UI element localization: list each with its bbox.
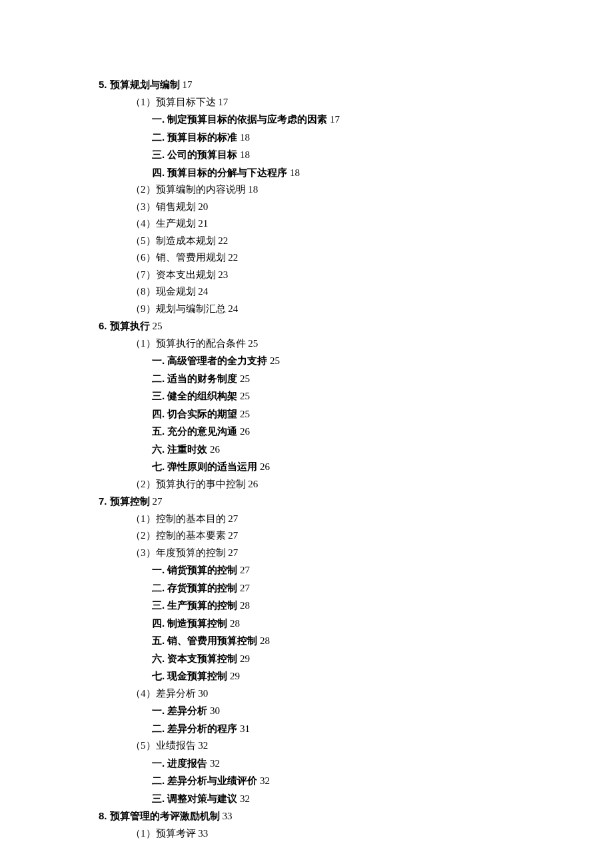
toc-entry-page: 25 xyxy=(152,321,162,331)
toc-entry: 三. 公司的预算目标 18 xyxy=(99,146,613,164)
toc-entry: 一. 进度报告 32 xyxy=(99,755,613,773)
toc-entry-title: 二. 适当的财务制度 xyxy=(152,373,237,384)
toc-entry: （6）销、管费用规划 22 xyxy=(99,249,613,267)
toc-entry: 6. 预算执行 25 xyxy=(99,317,613,335)
toc-entry: 四. 预算目标的分解与下达程序 18 xyxy=(99,164,613,182)
toc-entry-page: 17 xyxy=(330,114,340,125)
toc-entry-page: 27 xyxy=(228,530,238,541)
toc-entry-page: 25 xyxy=(240,391,250,401)
toc-entry-title: （4）生产规划 xyxy=(131,218,196,229)
toc-entry: 三. 健全的组织构架 25 xyxy=(99,387,613,405)
toc-entry-page: 18 xyxy=(248,184,258,195)
toc-entry: 5. 预算规划与编制 17 xyxy=(99,76,613,94)
toc-entry: 二. 适当的财务制度 25 xyxy=(99,370,613,388)
toc-entry: （5）制造成本规划 22 xyxy=(99,233,613,250)
toc-entry-title: 8. 预算管理的考评激励机制 xyxy=(99,810,220,821)
toc-entry-page: 33 xyxy=(198,828,208,839)
toc-entry: 一. 高级管理者的全力支持 25 xyxy=(99,352,613,370)
toc-entry-title: （1）预算执行的配合条件 xyxy=(131,338,246,349)
toc-container: 5. 预算规划与编制 17（1）预算目标下达 17一. 制定预算目标的依据与应考… xyxy=(99,76,613,842)
toc-entry-title: 一. 销货预算的控制 xyxy=(152,564,237,575)
toc-entry-page: 26 xyxy=(210,444,220,455)
toc-entry: 七. 现金预算控制 29 xyxy=(99,667,613,685)
toc-entry-page: 28 xyxy=(240,600,250,611)
toc-entry-title: 七. 弹性原则的适当运用 xyxy=(152,461,257,472)
toc-entry-title: 六. 资本支预算控制 xyxy=(152,653,237,664)
toc-entry-title: 五. 充分的意见沟通 xyxy=(152,425,237,437)
toc-entry: （3）销售规划 20 xyxy=(99,199,613,216)
toc-entry: （9）规划与编制汇总 24 xyxy=(99,301,613,318)
toc-entry: 一. 销货预算的控制 27 xyxy=(99,561,613,579)
toc-entry: 二. 预算目标的标准 18 xyxy=(99,129,613,147)
toc-entry-title: 七. 现金预算控制 xyxy=(152,670,227,681)
toc-entry-title: 五. 销、管费用预算控制 xyxy=(152,635,257,646)
toc-entry-page: 27 xyxy=(152,496,162,507)
toc-entry-page: 29 xyxy=(230,671,240,681)
toc-entry: （2）控制的基本要素 27 xyxy=(99,527,613,545)
toc-entry-title: 三. 生产预算的控制 xyxy=(152,599,237,611)
toc-entry-page: 18 xyxy=(290,167,300,178)
toc-entry-title: 一. 高级管理者的全力支持 xyxy=(152,355,267,366)
toc-entry-title: （2）控制的基本要素 xyxy=(131,530,226,541)
toc-entry-page: 25 xyxy=(240,373,250,384)
toc-entry: 7. 预算控制 27 xyxy=(99,493,613,511)
toc-entry-page: 27 xyxy=(228,547,238,558)
toc-entry-page: 27 xyxy=(228,513,238,524)
toc-entry-page: 30 xyxy=(198,688,208,699)
toc-entry-title: 三. 公司的预算目标 xyxy=(152,149,237,160)
toc-entry-page: 26 xyxy=(260,461,270,472)
toc-entry-title: （6）销、管费用规划 xyxy=(131,252,226,263)
toc-entry-page: 20 xyxy=(198,201,208,212)
toc-entry-page: 32 xyxy=(210,758,220,769)
toc-entry-title: 六. 注重时效 xyxy=(152,443,207,455)
toc-entry-page: 22 xyxy=(228,252,238,263)
toc-entry-title: 一. 进度报告 xyxy=(152,757,207,769)
toc-entry: 六. 注重时效 26 xyxy=(99,441,613,459)
toc-entry: （2）预算编制的内容说明 18 xyxy=(99,181,613,199)
toc-entry-title: 二. 预算目标的标准 xyxy=(152,131,237,143)
toc-entry: 五. 销、管费用预算控制 28 xyxy=(99,632,613,650)
toc-entry: （7）资本支出规划 23 xyxy=(99,267,613,284)
toc-entry-title: 二. 存货预算的控制 xyxy=(152,582,237,593)
toc-entry: （1）预算目标下达 17 xyxy=(99,94,613,111)
toc-entry: （3）年度预算的控制 27 xyxy=(99,545,613,562)
toc-entry-page: 22 xyxy=(218,235,228,246)
toc-entry: 五. 充分的意见沟通 26 xyxy=(99,423,613,441)
toc-entry: 一. 制定预算目标的依据与应考虑的因素 17 xyxy=(99,111,613,129)
toc-entry: 六. 资本支预算控制 29 xyxy=(99,650,613,668)
toc-entry: 四. 制造预算控制 28 xyxy=(99,615,613,633)
toc-entry-title: （2）预算执行的事中控制 xyxy=(131,479,246,489)
toc-entry-page: 21 xyxy=(198,218,208,229)
toc-entry-title: （1）控制的基本目的 xyxy=(131,513,226,524)
toc-entry-title: 三. 调整对策与建议 xyxy=(152,793,237,804)
toc-entry-page: 18 xyxy=(240,132,250,143)
toc-entry-page: 31 xyxy=(240,723,250,734)
toc-entry: （8）现金规划 24 xyxy=(99,283,613,301)
toc-entry-title: （9）规划与编制汇总 xyxy=(131,303,226,314)
toc-entry-title: 二. 差异分析与业绩评价 xyxy=(152,775,257,786)
toc-entry-page: 30 xyxy=(210,705,220,716)
toc-entry-title: 四. 制造预算控制 xyxy=(152,617,227,629)
toc-entry: （2）预算执行的事中控制 26 xyxy=(99,476,613,493)
toc-entry-title: 二. 差异分析的程序 xyxy=(152,723,237,734)
toc-entry-title: （1）预算考评 xyxy=(131,828,196,839)
toc-entry-title: （3）销售规划 xyxy=(131,201,196,212)
toc-entry: （4）差异分析 30 xyxy=(99,685,613,703)
toc-entry-title: （4）差异分析 xyxy=(131,688,196,699)
toc-entry: 二. 存货预算的控制 27 xyxy=(99,579,613,597)
toc-entry: （4）生产规划 21 xyxy=(99,215,613,233)
toc-entry-title: 四. 预算目标的分解与下达程序 xyxy=(152,167,287,178)
toc-entry: 四. 切合实际的期望 25 xyxy=(99,405,613,423)
toc-entry: 三. 生产预算的控制 28 xyxy=(99,597,613,615)
toc-entry-title: （3）年度预算的控制 xyxy=(131,547,226,558)
toc-entry-title: 一. 制定预算目标的依据与应考虑的因素 xyxy=(152,113,327,125)
toc-entry: 8. 预算管理的考评激励机制 33 xyxy=(99,807,613,825)
toc-entry: （1）控制的基本目的 27 xyxy=(99,511,613,528)
toc-entry-page: 28 xyxy=(230,618,240,629)
toc-entry: 一. 差异分析 30 xyxy=(99,702,613,720)
toc-entry-page: 29 xyxy=(240,653,250,664)
toc-entry-title: （1）预算目标下达 xyxy=(131,97,216,107)
toc-entry: （1）预算考评 33 xyxy=(99,825,613,843)
toc-entry-title: （5）业绩报告 xyxy=(131,740,196,751)
toc-entry-title: 5. 预算规划与编制 xyxy=(99,79,180,90)
